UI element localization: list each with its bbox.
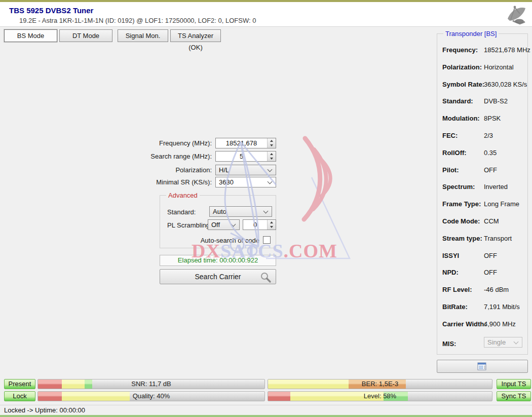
app-title: TBS 5925 DVBS2 Tuner xyxy=(9,6,93,15)
pl-scrambling-label: PL Scrambling: xyxy=(167,221,212,229)
ber-bar-text: BER: 1,5E-3 xyxy=(268,380,492,389)
pl-scrambling-select[interactable]: Off xyxy=(208,219,240,230)
transponder-row: BitRate:7,191 Mbit/s xyxy=(437,299,527,316)
pl-code-value: 0 xyxy=(243,220,267,230)
transponder-row: FEC:2/3 xyxy=(437,128,527,145)
mis-select: Single xyxy=(484,337,522,348)
search-carrier-label: Search Carrier xyxy=(195,273,241,281)
lock-indicator: Lock xyxy=(4,391,35,401)
transponder-row: Modulation:8PSK xyxy=(437,110,527,128)
transponder-row: NPD:OFF xyxy=(437,264,527,282)
transponder-row: Carrier Width:4,900 MHz xyxy=(437,316,527,333)
transponder-row: Frame Type:Long Frame xyxy=(437,196,527,213)
program-list-button[interactable] xyxy=(437,360,528,373)
spinner-up-icon[interactable] xyxy=(268,220,276,225)
transponder-row: ISSYIOFF xyxy=(437,248,527,265)
standard-label: Standard: xyxy=(167,208,196,216)
quality-bar-text: Quality: 40% xyxy=(38,392,264,401)
minimal-sr-select[interactable]: 3630 xyxy=(215,177,276,187)
level-bar: Level: 58% xyxy=(268,391,492,401)
satellite-info-subtitle: 19.2E - Astra 1KR-1L-1M-1N (ID: 0192) @ … xyxy=(19,17,256,24)
autosearch-label: Auto-search of code xyxy=(167,237,259,244)
transponder-row: Frequency:18521,678 MHz xyxy=(437,42,527,59)
satellite-dish-logo xyxy=(503,5,528,26)
level-bar-text: Level: 58% xyxy=(268,392,492,401)
polarization-select[interactable]: H/L xyxy=(215,165,276,175)
transponder-row: Standard:DVB-S2 xyxy=(437,93,527,110)
chevron-down-icon xyxy=(514,339,519,344)
chevron-down-icon xyxy=(268,179,273,184)
spinner-down-icon[interactable] xyxy=(268,157,276,162)
snr-bar: SNR: 11,7 dB xyxy=(37,379,265,389)
status-bar: Locked -> Uptime: 00:00:00 xyxy=(0,405,532,415)
transponder-row: Polarization:Horizontal xyxy=(437,59,527,77)
tuner-window: TBS 5925 DVBS2 Tuner 19.2E - Astra 1KR-1… xyxy=(0,0,532,417)
frequency-input[interactable]: 18521,678 xyxy=(215,138,276,148)
header-divider xyxy=(0,26,532,27)
frequency-label: Frequency (MHz): xyxy=(147,139,212,147)
transponder-row: Spectrum:Inverted xyxy=(437,179,527,196)
spinner-up-icon[interactable] xyxy=(268,138,276,143)
chevron-down-icon xyxy=(231,221,236,226)
mis-selected: Single xyxy=(484,337,514,347)
tab-signal-mon[interactable]: Signal Mon. xyxy=(118,29,168,42)
minimal-sr-label: Minimal SR (KS/s): xyxy=(147,178,212,186)
tab-bs-mode[interactable]: BS Mode xyxy=(4,29,57,42)
ber-bar: BER: 1,5E-3 xyxy=(268,379,492,389)
search-range-value: 5 xyxy=(216,151,267,161)
spinner-down-icon[interactable] xyxy=(268,225,276,230)
present-indicator: Present xyxy=(4,379,35,389)
tab-ts-analyzer[interactable]: TS Analyzer (OK) xyxy=(170,29,221,42)
polarization-selected: H/L xyxy=(216,165,268,175)
chevron-down-icon xyxy=(268,167,273,172)
transponder-row: Symbol Rate:3630,028 KS/s xyxy=(437,77,527,94)
header: TBS 5925 DVBS2 Tuner 19.2E - Astra 1KR-1… xyxy=(0,2,532,26)
standard-selected: Auto xyxy=(210,207,264,216)
transponder-row: Code Mode:CCM xyxy=(437,213,527,231)
transponder-row: Pilot:OFF xyxy=(437,162,527,179)
pl-scrambling-selected: Off xyxy=(208,220,232,230)
mis-label: MIS: xyxy=(442,340,456,348)
transponder-groupbox: Transponder [BS] Frequency:18521,678 MHz… xyxy=(437,33,528,355)
spinner-down-icon[interactable] xyxy=(268,143,276,148)
tab-dt-mode[interactable]: DT Mode xyxy=(59,29,112,42)
polarization-label: Polarization: xyxy=(147,166,212,174)
chevron-down-icon xyxy=(263,208,269,213)
minimal-sr-selected: 3630 xyxy=(216,177,268,187)
frequency-value: 18521,678 xyxy=(216,138,267,148)
autosearch-checkbox[interactable] xyxy=(263,236,271,244)
transponder-row: RollOff:0.35 xyxy=(437,145,527,162)
advanced-title: Advanced xyxy=(166,192,200,199)
search-range-input[interactable]: 5 xyxy=(215,151,276,162)
transponder-title: Transponder [BS] xyxy=(443,30,499,37)
window-bottom-edge xyxy=(0,415,532,417)
snr-bar-text: SNR: 11,7 dB xyxy=(38,380,264,389)
program-list-icon xyxy=(477,362,487,370)
search-icon xyxy=(259,272,272,283)
transponder-row: RF Level:-46 dBm xyxy=(437,282,527,299)
sync-ts-indicator: Sync TS xyxy=(497,391,531,401)
input-ts-indicator: Input TS xyxy=(497,379,531,389)
pl-code-input[interactable]: 0 xyxy=(243,219,276,230)
spinner-up-icon[interactable] xyxy=(268,151,276,157)
search-range-label: Search range (MHz): xyxy=(147,153,212,160)
elapsed-time-box: Elapsed time: 00:00:00:922 xyxy=(160,255,276,266)
quality-bar: Quality: 40% xyxy=(37,391,265,401)
standard-select[interactable]: Auto xyxy=(209,206,272,217)
transponder-row: Stream type:Transport xyxy=(437,231,527,248)
search-carrier-button[interactable]: Search Carrier xyxy=(160,269,276,284)
